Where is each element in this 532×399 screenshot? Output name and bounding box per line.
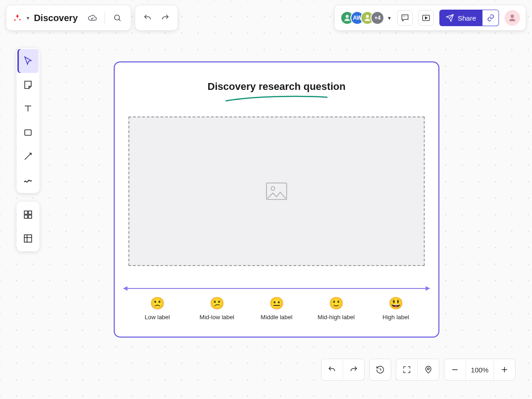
search-button[interactable] bbox=[109, 9, 126, 27]
svg-rect-6 bbox=[28, 215, 32, 218]
emoji-icon: 😃 bbox=[388, 297, 403, 309]
undo-button[interactable] bbox=[140, 10, 155, 26]
document-title[interactable]: Discovery bbox=[34, 13, 78, 23]
svg-point-9 bbox=[271, 187, 275, 190]
image-placeholder[interactable] bbox=[128, 116, 425, 266]
nav-forward-button[interactable] bbox=[343, 359, 364, 380]
emoji-icon: 🙂 bbox=[329, 297, 344, 309]
slider-stop-label: Mid-high label bbox=[318, 314, 355, 321]
tool-sticky-note[interactable] bbox=[17, 73, 39, 97]
present-button[interactable] bbox=[418, 10, 434, 26]
tool-pen[interactable] bbox=[17, 168, 39, 192]
emoji-icon: 🙁 bbox=[150, 297, 165, 309]
tool-select[interactable] bbox=[17, 49, 39, 73]
divider bbox=[105, 11, 105, 24]
emoji-icon: 😕 bbox=[210, 297, 224, 309]
svg-point-0 bbox=[114, 15, 119, 20]
nav-back-button[interactable] bbox=[321, 359, 343, 380]
slider-stop-label: High label bbox=[382, 314, 409, 321]
tool-palette bbox=[17, 48, 39, 193]
tool-shape[interactable] bbox=[17, 121, 39, 144]
share-label: Share bbox=[458, 14, 476, 22]
fit-view-button[interactable] bbox=[396, 359, 417, 380]
slider-axis bbox=[127, 288, 426, 289]
link-icon bbox=[487, 14, 495, 22]
collaborator-menu-caret-icon[interactable]: ▼ bbox=[387, 16, 392, 21]
svg-rect-5 bbox=[24, 215, 28, 218]
tool-templates[interactable] bbox=[17, 203, 39, 227]
app-menu-caret-icon[interactable]: ▼ bbox=[26, 16, 30, 21]
slider-stop[interactable]: 😕 Mid-low label bbox=[187, 297, 247, 321]
slider-stop[interactable]: 🙁 Low label bbox=[127, 297, 187, 321]
slider-stop[interactable]: 🙂 Mid-high label bbox=[306, 297, 366, 321]
redo-button[interactable] bbox=[157, 10, 173, 26]
rating-slider[interactable]: 🙁 Low label 😕 Mid-low label 😐 Middle lab… bbox=[127, 288, 426, 321]
zoom-level[interactable]: 100% bbox=[466, 359, 493, 380]
zoom-in-button[interactable] bbox=[494, 359, 515, 380]
history-panel bbox=[135, 6, 177, 30]
svg-point-10 bbox=[427, 368, 429, 370]
doc-title-panel: ▼ Discovery bbox=[6, 6, 131, 30]
location-button[interactable] bbox=[418, 359, 439, 380]
current-user-avatar[interactable] bbox=[504, 10, 520, 26]
canvas-frame[interactable]: Discovery research question 🙁 Low label … bbox=[114, 61, 439, 338]
view-controls: 100% bbox=[321, 359, 515, 381]
slider-stop-label: Low label bbox=[145, 314, 170, 321]
slider-stop[interactable]: 😐 Middle label bbox=[247, 297, 306, 321]
comment-button[interactable] bbox=[397, 10, 413, 26]
version-history-button[interactable] bbox=[370, 359, 391, 380]
view-mode-group bbox=[396, 359, 439, 381]
slider-stops: 🙁 Low label 😕 Mid-low label 😐 Middle lab… bbox=[127, 297, 426, 321]
slider-stop-label: Middle label bbox=[260, 314, 292, 321]
tool-palette-secondary bbox=[17, 202, 39, 251]
svg-rect-7 bbox=[24, 235, 32, 242]
svg-rect-3 bbox=[24, 211, 28, 214]
share-button[interactable]: Share bbox=[439, 10, 482, 26]
tool-text[interactable] bbox=[17, 97, 39, 121]
emoji-icon: 😐 bbox=[269, 297, 284, 309]
collaborator-overflow[interactable]: +4 bbox=[371, 11, 384, 25]
zoom-group: 100% bbox=[444, 359, 515, 381]
frame-title[interactable]: Discovery research question bbox=[115, 81, 438, 93]
slider-stop-label: Mid-low label bbox=[200, 314, 234, 321]
slider-stop[interactable]: 😃 High label bbox=[366, 297, 426, 321]
copy-link-button[interactable] bbox=[482, 10, 499, 26]
tool-line[interactable] bbox=[17, 144, 39, 168]
svg-rect-4 bbox=[28, 211, 32, 214]
navigation-history-group bbox=[321, 359, 365, 381]
sync-status-icon[interactable] bbox=[83, 9, 101, 27]
history-group bbox=[369, 359, 391, 381]
image-placeholder-icon bbox=[266, 182, 288, 200]
svg-rect-2 bbox=[25, 130, 31, 135]
share-group: Share bbox=[439, 10, 499, 26]
collaborator-avatars[interactable]: AW +4 ▼ bbox=[340, 11, 392, 25]
underline-decoration bbox=[224, 94, 329, 104]
send-icon bbox=[446, 14, 454, 22]
zoom-out-button[interactable] bbox=[444, 359, 466, 380]
collab-panel: AW +4 ▼ Share bbox=[335, 6, 526, 30]
app-logo-icon[interactable] bbox=[11, 11, 24, 24]
tool-frames[interactable] bbox=[17, 227, 39, 250]
